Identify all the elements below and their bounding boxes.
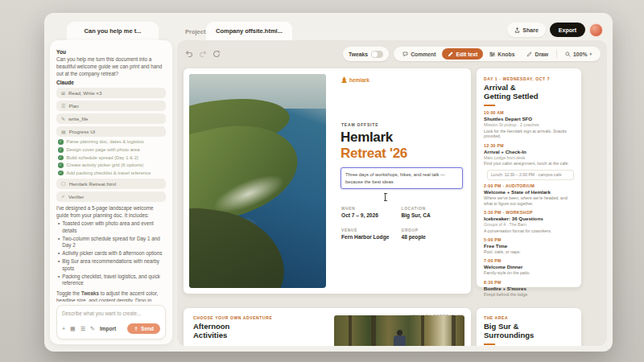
progress-item: ✓ Design cover page with photo area [58,147,164,153]
tweaks-label: Tweaks [349,51,368,57]
schedule-item: 8:30 PM Bonfire + S'mores Firepit behind… [484,280,574,298]
tool-chip-verifier[interactable]: ✓ Verifier [56,191,166,202]
mode-segmented-control: Comment Edit text Knobs Draw [394,47,601,61]
chat-panel: You Can you help me turn this document i… [50,40,172,344]
write-file-icon: ✎ [61,117,65,121]
draw-mode-button[interactable]: Draw [521,48,554,60]
user-message-label: You [56,49,166,55]
assistant-summary-intro: I've designed a 5-page landscape welcome… [56,205,166,220]
check-icon: ✓ [58,171,64,176]
area-eyebrow: THE AREA [484,315,574,320]
read-write-icon: ⊞ [61,91,65,96]
magnifier-icon [565,51,571,57]
share-icon [514,27,520,33]
import-button[interactable]: Import [100,326,116,331]
day1-title: Arrival &Getting Settled [484,84,574,101]
plus-icon[interactable]: + [62,326,65,331]
design-canvas[interactable]: Tweaks Comment Edit text Knobs [177,40,607,346]
check-icon: ✓ [58,155,64,161]
tool-chip-read-write[interactable]: ⊞ Read, Write ×3 [56,88,166,98]
progress-ui-icon: ▤ [61,130,66,134]
cover-eyebrow: TEAM OFFSITE [341,122,378,127]
schedule-item: 10:00 AM Shuttles Depart SFO Mission St … [484,110,574,139]
summary-bullet: • Activity picker cards with 6 afternoon… [58,250,166,257]
progress-item: ✓ Parse planning doc, dates & logistics [58,139,164,145]
area-page[interactable]: THE AREA Big Sur &Surroundings [477,308,581,346]
schedule-item: 2:00 PM · AUDITORIUM Welcome + State of … [484,183,574,207]
check-icon: ✓ [58,162,64,168]
area-title: Big Sur &Surroundings [484,323,574,339]
menu-icon[interactable]: ☰ [80,326,85,331]
hemlark-logo: hemlark [341,76,369,83]
progress-item: ✓ Create activity picker grid (6 options… [58,162,164,168]
draw-icon [526,51,532,57]
chat-thread-tab[interactable]: Can you help me t... [67,22,159,40]
tweaks-control: Tweaks [343,47,389,61]
send-button[interactable]: Send [127,323,160,334]
forest-photo[interactable] [334,315,464,346]
composer-input[interactable]: Describe what you want to create... [62,311,160,316]
detail-location: LOCATION Big Sur, CA [402,207,462,218]
day1-schedule-page[interactable]: DAY 1 · WEDNESDAY, OCT 7 Arrival &Gettin… [477,68,581,287]
knobs-icon [489,51,495,57]
bullet-icon: • [58,236,60,249]
progress-item: ✓ Build schedule spread (Day 1 & 2) [58,155,164,161]
bullet-icon: • [58,250,60,257]
refresh-icon[interactable] [213,50,221,58]
check-icon: ✓ [58,139,64,145]
tool-chip-write-file[interactable]: ✎ write_file [56,113,166,124]
cover-title-line2: Retreat '26 [341,146,407,162]
zoom-control[interactable]: 100% ▾ [559,48,597,60]
tool-chip-progress-ui[interactable]: ▤ Progress UI [56,126,166,137]
edit-text-icon [448,51,453,57]
text-cursor [385,194,386,200]
toolbar-divider [556,50,557,58]
detail-venue: VENUE Fern Harbor Lodge [341,228,402,240]
app-window: Can you help me t... Project Company off… [44,13,613,352]
bullet-icon: • [58,220,60,234]
verifier-icon: ✓ [61,194,65,199]
summary-bullet: • Big Sur area recommendations with near… [58,258,166,272]
undo-icon[interactable] [185,50,193,58]
schedule-item: 3:30 PM · WORKSHOP Icebreaker: 36 Questi… [484,210,574,234]
cover-photo[interactable] [189,74,326,288]
schedule-item: 12:30 PM Arrival + Check-In Main Lodge f… [484,143,574,180]
progress-item: ✓ Add packing checklist & travel referen… [58,171,164,176]
assistant-label: Claude [56,80,166,85]
tool-chip-plan[interactable]: ☰ Plan [56,101,166,111]
comment-mode-button[interactable]: Comment [397,48,441,60]
hemlark-logo-icon [341,76,347,83]
chevron-down-icon: ▾ [589,51,592,56]
check-icon: ✓ [58,147,64,153]
tab-company-offsite-file[interactable]: Company offsite.html... [206,22,292,40]
user-message: Can you help me turn this document into … [56,56,166,77]
file-icon: ▢ [61,181,66,186]
summary-bullet: • Packing checklist, travel logistics, a… [58,274,166,287]
assistant-summary-outro: Toggle the Tweaks to adjust the accent c… [56,290,166,302]
comment-icon [402,51,408,57]
redo-icon[interactable] [199,50,207,58]
chat-composer[interactable]: Describe what you want to create... + ▦ … [56,305,166,339]
schedule-note: Lunch: 12:30 – 2:00 PM · campus café [487,170,574,180]
chat-scroll-area[interactable]: You Can you help me turn this document i… [56,47,166,302]
bullet-icon: • [58,258,60,272]
schedule-item: 5:00 PM Free Time Pool, trails, or naps. [484,237,574,255]
cover-page[interactable]: hemlark TEAM OFFSITE Hemlark Retreat '26… [184,68,471,294]
user-avatar[interactable] [589,23,603,37]
file-chip-hemlark-retreat[interactable]: ▢ Hemlark Retreat.html [56,179,166,189]
day1-eyebrow: DAY 1 · WEDNESDAY, OCT 7 [484,76,574,81]
schedule-item: 7:00 PM Welcome Dinner Family-style on t… [484,258,574,276]
selected-text-box[interactable]: Three days of workshops, hikes, and real… [341,167,463,189]
activities-page[interactable]: HEMLARK RETREAT '26 CHOOSE YOUR OWN ADVE… [184,308,471,346]
knobs-mode-button[interactable]: Knobs [484,48,520,60]
plan-icon: ☰ [61,104,65,109]
tweaks-toggle[interactable] [371,51,383,58]
image-icon[interactable]: ▦ [70,326,76,331]
orange-divider [484,343,495,345]
summary-bullet: • Two-column schedule spread for Day 1 a… [58,236,166,249]
orange-divider [484,105,495,106]
share-button[interactable]: Share [507,23,545,37]
pencil-icon[interactable]: ✎ [90,326,95,331]
export-button[interactable]: Export [550,23,585,37]
edit-text-mode-button[interactable]: Edit text [442,48,483,60]
